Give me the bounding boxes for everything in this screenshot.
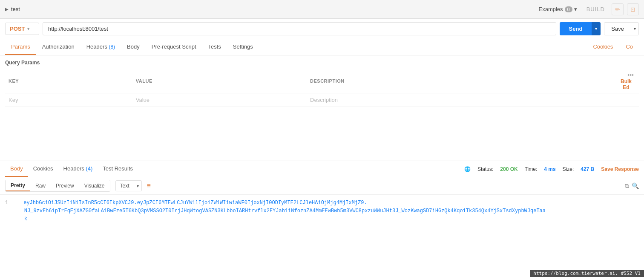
- response-meta: 🌐 Status: 200 OK Time: 4 ms Size: 427 B …: [464, 166, 639, 172]
- tab-body[interactable]: Body: [121, 39, 146, 55]
- save-button[interactable]: Save: [604, 23, 631, 35]
- text-format-group: Text ▾: [115, 180, 142, 191]
- request-name: test: [11, 6, 20, 12]
- response-section: Body Cookies Headers (4) Test Results 🌐 …: [0, 161, 644, 228]
- query-params-section: Query Params KEY VALUE DESCRIPTION ••• B…: [0, 55, 644, 161]
- response-tab-body[interactable]: Body: [5, 161, 28, 177]
- toolbar-right-actions: ⧉ 🔍: [625, 182, 639, 190]
- build-button[interactable]: BUILD: [583, 4, 608, 14]
- jwt-token-line3: k: [24, 216, 27, 222]
- status-label: Status:: [477, 166, 493, 172]
- top-bar: ▶ test Examples 0 ▾ BUILD ✏ ⊡: [0, 0, 644, 19]
- response-body-content: 1 eyJhbGciOiJSUzI1NiIsInR5cCI6IkpXVCJ9.e…: [0, 195, 644, 228]
- tab-co[interactable]: Co: [620, 39, 639, 55]
- window-icon-button[interactable]: ⊡: [627, 3, 639, 15]
- response-tab-testresults[interactable]: Test Results: [98, 161, 138, 177]
- value-column-header: VALUE: [132, 69, 307, 93]
- key-column-header: KEY: [5, 69, 132, 93]
- save-button-group: Save ▾: [604, 22, 639, 35]
- jwt-token-line2: NJ_9zvFh6ipTrFqEjXAZG0faLA1BwEze5T6KbQ3p…: [24, 208, 546, 214]
- copy-icon-button[interactable]: ⧉: [625, 182, 629, 190]
- tab-cookies[interactable]: Cookies: [587, 39, 619, 55]
- time-label: Time:: [525, 166, 538, 172]
- tab-params[interactable]: Params: [5, 39, 36, 55]
- jwt-token-line1: eyJhbGciOiJSUzI1NiIsInR5cCI6IkpXVCJ9.eyJ…: [23, 200, 367, 206]
- tab-prerequest[interactable]: Pre-request Script: [146, 39, 202, 55]
- text-format-chevron-icon[interactable]: ▾: [134, 182, 141, 190]
- search-icon-button[interactable]: 🔍: [632, 182, 639, 190]
- request-tabs-bar: Params Authorization Headers (8) Body Pr…: [0, 39, 644, 55]
- send-button[interactable]: Send: [560, 22, 592, 35]
- description-cell[interactable]: Description: [307, 93, 613, 107]
- line-number-2: [5, 207, 14, 215]
- response-tab-cookies[interactable]: Cookies: [28, 161, 58, 177]
- wrap-icon[interactable]: ≡: [147, 182, 151, 190]
- save-response-button[interactable]: Save Response: [601, 166, 639, 172]
- format-visualize-button[interactable]: Visualize: [79, 180, 110, 191]
- response-line-3: k: [5, 215, 639, 223]
- send-button-group: Send ▾: [560, 22, 601, 35]
- format-pretty-button[interactable]: Pretty: [6, 180, 30, 191]
- text-format-select[interactable]: Text: [116, 181, 134, 191]
- more-options-button[interactable]: •••: [626, 72, 635, 78]
- body-toolbar: Pretty Raw Preview Visualize Text ▾ ≡ ⧉ …: [0, 177, 644, 195]
- response-tab-headers[interactable]: Headers (4): [58, 161, 98, 177]
- examples-label: Examples: [539, 6, 563, 12]
- description-column-header: DESCRIPTION: [307, 69, 613, 93]
- method-chevron-icon: ▾: [27, 26, 29, 31]
- edit-icon-button[interactable]: ✏: [612, 3, 624, 15]
- size-value: 427 B: [581, 166, 594, 172]
- params-table: KEY VALUE DESCRIPTION ••• Bulk Ed Key Va…: [5, 69, 639, 107]
- bulk-edit-button[interactable]: Bulk Ed: [617, 78, 635, 90]
- top-bar-actions: Examples 0 ▾ BUILD ✏ ⊡: [536, 3, 639, 15]
- request-title: ▶ test: [5, 6, 536, 12]
- save-dropdown-button[interactable]: ▾: [631, 23, 638, 35]
- examples-count-badge: 0: [565, 6, 572, 12]
- tab-tests[interactable]: Tests: [202, 39, 227, 55]
- params-empty-space: [5, 107, 639, 158]
- status-value: 200 OK: [500, 166, 518, 172]
- tab-headers[interactable]: Headers (8): [80, 39, 121, 55]
- method-dropdown[interactable]: POST ▾: [5, 23, 39, 35]
- response-line-1: 1 eyJhbGciOiJSUzI1NiIsInR5cCI6IkpXVCJ9.e…: [5, 199, 639, 207]
- url-bar: POST ▾ Send ▾ Save ▾: [0, 19, 644, 39]
- url-input[interactable]: [43, 22, 556, 35]
- time-value: 4 ms: [544, 166, 555, 172]
- tab-authorization[interactable]: Authorization: [36, 39, 80, 55]
- size-label: Size:: [563, 166, 574, 172]
- format-raw-button[interactable]: Raw: [30, 180, 51, 191]
- query-params-title: Query Params: [5, 60, 639, 66]
- examples-chevron-icon: ▾: [574, 6, 577, 12]
- expand-arrow-icon[interactable]: ▶: [5, 7, 9, 12]
- value-cell[interactable]: Value: [132, 93, 307, 107]
- row-actions-cell: [613, 93, 639, 107]
- examples-button[interactable]: Examples 0 ▾: [536, 4, 580, 14]
- response-line-2: NJ_9zvFh6ipTrFqEjXAZG0faLA1BwEze5T6KbQ3p…: [5, 207, 639, 215]
- tab-settings[interactable]: Settings: [227, 39, 259, 55]
- key-cell[interactable]: Key: [5, 93, 132, 107]
- method-label: POST: [10, 26, 25, 32]
- format-preview-button[interactable]: Preview: [51, 180, 79, 191]
- line-number-3: [5, 215, 14, 223]
- tabs-right: Cookies Co: [587, 39, 639, 55]
- globe-icon: 🌐: [464, 166, 471, 172]
- format-button-group: Pretty Raw Preview Visualize: [5, 180, 110, 192]
- actions-column-header: ••• Bulk Ed: [613, 69, 639, 93]
- line-number-1: 1: [5, 199, 14, 207]
- table-row: Key Value Description: [5, 93, 639, 107]
- response-tabs-bar: Body Cookies Headers (4) Test Results 🌐 …: [0, 161, 644, 177]
- send-dropdown-button[interactable]: ▾: [592, 22, 601, 35]
